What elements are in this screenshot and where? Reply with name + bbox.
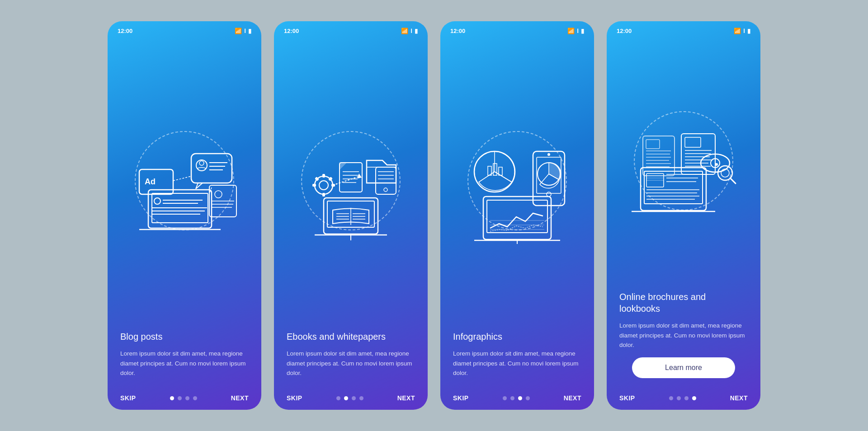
status-time-4: 12:00 — [617, 28, 632, 34]
status-icons-2: 📶 Ⅰ ▮ — [401, 28, 418, 34]
screens-container: 12:00 📶 Ⅰ ▮ — [108, 21, 760, 410]
signal-icon-2: Ⅰ — [410, 28, 412, 34]
screen-body-3: Lorem ipsum dolor sit dim amet, mea regi… — [453, 349, 581, 378]
signal-icon-1: Ⅰ — [244, 28, 246, 34]
wifi-icon-3: 📶 — [567, 28, 575, 34]
dot-1-4 — [193, 396, 197, 400]
dot-4-3 — [684, 396, 689, 400]
content-area-2: Ebooks and whitepapers Lorem ipsum dolor… — [274, 323, 428, 390]
dot-4-1 — [669, 396, 673, 400]
phone-screen-4: 12:00 📶 Ⅰ ▮ — [607, 21, 760, 410]
dot-3-1 — [503, 396, 507, 400]
battery-icon-1: ▮ — [248, 28, 251, 34]
dot-1-2 — [178, 396, 182, 400]
illustration-area-1: Ad — [108, 38, 261, 323]
dot-1-1 — [170, 396, 174, 400]
wifi-icon-1: 📶 — [235, 28, 242, 34]
signal-icon-4: Ⅰ — [743, 28, 745, 34]
svg-line-90 — [730, 178, 736, 183]
screen-body-4: Lorem ipsum dolor sit dim amet, mea regi… — [619, 321, 748, 350]
status-time-1: 12:00 — [118, 28, 132, 34]
nav-bar-3: SKIP NEXT — [440, 390, 594, 410]
signal-icon-3: Ⅰ — [577, 28, 579, 34]
next-button-2[interactable]: NEXT — [397, 394, 415, 402]
battery-icon-4: ▮ — [747, 28, 750, 34]
next-button-4[interactable]: NEXT — [730, 394, 748, 402]
next-button-3[interactable]: NEXT — [564, 394, 581, 402]
content-area-3: Infographics Lorem ipsum dolor sit dim a… — [440, 323, 594, 390]
screen-title-3: Infographics — [453, 331, 581, 342]
phone-screen-2: 12:00 📶 Ⅰ ▮ — [274, 21, 428, 410]
skip-button-3[interactable]: SKIP — [453, 394, 469, 402]
dot-2-4 — [359, 396, 363, 400]
status-bar-4: 12:00 📶 Ⅰ ▮ — [607, 21, 760, 38]
dot-3-4 — [526, 396, 530, 400]
screen-title-4: Online brochures and lookbooks — [619, 291, 748, 314]
phone-screen-3: 12:00 📶 Ⅰ ▮ — [440, 21, 594, 410]
dot-1-3 — [185, 396, 189, 400]
phone-screen-1: 12:00 📶 Ⅰ ▮ — [108, 21, 261, 410]
nav-dots-1 — [170, 396, 197, 400]
dashed-circle-3 — [467, 131, 567, 230]
nav-dots-3 — [503, 396, 530, 400]
dashed-circle-2 — [301, 131, 401, 230]
dot-2-2 — [344, 396, 348, 400]
screen-title-1: Blog posts — [120, 331, 249, 342]
dot-4-4 — [692, 396, 696, 400]
nav-bar-4: SKIP NEXT — [607, 390, 760, 410]
status-time-3: 12:00 — [450, 28, 465, 34]
dashed-circle-1 — [135, 131, 234, 230]
dot-4-2 — [677, 396, 681, 400]
wifi-icon-4: 📶 — [734, 28, 741, 34]
skip-button-4[interactable]: SKIP — [619, 394, 635, 402]
nav-bar-1: SKIP NEXT — [108, 390, 261, 410]
screen-title-2: Ebooks and whitepapers — [287, 331, 415, 342]
dot-2-1 — [336, 396, 340, 400]
wifi-icon-2: 📶 — [401, 28, 408, 34]
status-icons-1: 📶 Ⅰ ▮ — [235, 28, 251, 34]
status-time-2: 12:00 — [284, 28, 299, 34]
status-bar-3: 12:00 📶 Ⅰ ▮ — [440, 21, 594, 38]
dashed-circle-4 — [634, 111, 733, 211]
nav-dots-2 — [336, 396, 363, 400]
dot-3-3 — [518, 396, 522, 400]
illustration-area-3 — [440, 38, 594, 323]
illustration-area-4 — [607, 38, 760, 284]
content-area-4: Online brochures and lookbooks Lorem ips… — [607, 284, 760, 390]
next-button-1[interactable]: NEXT — [231, 394, 249, 402]
battery-icon-3: ▮ — [581, 28, 584, 34]
skip-button-2[interactable]: SKIP — [287, 394, 302, 402]
screen-body-2: Lorem ipsum dolor sit dim amet, mea regi… — [287, 349, 415, 378]
dot-2-3 — [352, 396, 356, 400]
content-area-1: Blog posts Lorem ipsum dolor sit dim ame… — [108, 323, 261, 390]
learn-more-button[interactable]: Learn more — [632, 357, 735, 378]
screen-body-1: Lorem ipsum dolor sit dim amet, mea regi… — [120, 349, 249, 378]
status-bar-2: 12:00 📶 Ⅰ ▮ — [274, 21, 428, 38]
dot-3-2 — [510, 396, 514, 400]
nav-bar-2: SKIP NEXT — [274, 390, 428, 410]
status-icons-3: 📶 Ⅰ ▮ — [567, 28, 584, 34]
status-icons-4: 📶 Ⅰ ▮ — [734, 28, 750, 34]
status-bar-1: 12:00 📶 Ⅰ ▮ — [108, 21, 261, 38]
battery-icon-2: ▮ — [415, 28, 418, 34]
nav-dots-4 — [669, 396, 696, 400]
illustration-area-2 — [274, 38, 428, 323]
skip-button-1[interactable]: SKIP — [120, 394, 136, 402]
